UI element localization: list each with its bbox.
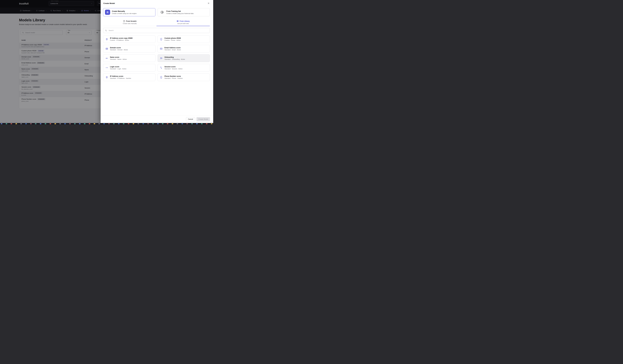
taskbar-item[interactable] [103, 123, 105, 124]
library-model-card[interactable]: Session score Standard · Session · Activ… [157, 64, 210, 71]
taskbar-item[interactable] [98, 123, 100, 124]
taskbar-item[interactable] [94, 123, 95, 124]
taskbar-item[interactable] [79, 123, 81, 124]
tab-title: From Library [180, 20, 190, 22]
library-model-card[interactable]: Phone Number score Standard · Phone · In… [157, 73, 210, 81]
taskbar-item[interactable] [201, 123, 202, 124]
taskbar-item[interactable] [16, 123, 17, 124]
library-model-title: Custom phone #9326 [164, 37, 181, 39]
abc-icon: ABC [105, 57, 108, 60]
taskbar-item[interactable] [196, 123, 198, 124]
pin-icon [105, 38, 108, 41]
cancel-button[interactable]: Cancel [186, 117, 195, 121]
library-model-title: IP Address score copy #5569 [110, 37, 133, 39]
taskbar-item[interactable] [157, 123, 159, 124]
taskbar-item[interactable] [167, 123, 168, 124]
taskbar-item[interactable] [69, 123, 71, 124]
library-model-card[interactable]: Onboarding Standard · Onboarding · Activ… [157, 54, 210, 62]
method-subtitle: Create a model using your historical dat… [166, 13, 194, 14]
taskbar-item[interactable] [84, 123, 85, 124]
taskbar-item[interactable] [55, 123, 56, 124]
library-model-card[interactable]: Email Address score Standard · Email · A… [157, 45, 210, 52]
taskbar-item[interactable] [45, 123, 46, 124]
library-model-subtitle: Standard · Domain · Active [110, 49, 128, 51]
creation-methods: Create Manually Create a model using our… [103, 8, 210, 16]
library-model-card[interactable]: Custom phone #9326 Custom · Phone · Acti… [157, 35, 210, 43]
taskbar-item[interactable] [123, 123, 124, 124]
method-card[interactable]: From Training Set Create a model using y… [157, 8, 210, 16]
taskbar-item[interactable] [138, 123, 139, 124]
library-model-card[interactable]: Domain score Standard · Domain · Active [103, 45, 156, 52]
taskbar-item[interactable] [113, 123, 115, 124]
training-icon [159, 10, 165, 15]
method-title: Create Manually [112, 10, 136, 12]
library-model-subtitle: Custom · Phone · Active [164, 40, 181, 41]
library-model-title: Name score [110, 56, 127, 58]
taskbar-item[interactable] [40, 123, 41, 124]
taskbar-item[interactable] [142, 123, 144, 124]
library-model-title: Session score [164, 66, 183, 68]
person-plus-icon [160, 57, 163, 60]
taskbar-item[interactable] [206, 123, 207, 124]
taskbar-item[interactable] [191, 123, 193, 124]
taskbar-item[interactable] [177, 123, 178, 124]
taskbar-item[interactable] [152, 123, 154, 124]
library-model-subtitle: Standard · Session · Active [164, 68, 183, 70]
taskbar-item[interactable] [6, 123, 7, 124]
library-model-subtitle: Standard · Login · Active [110, 68, 126, 70]
source-tab[interactable]: From Library Use pre-built rules [156, 19, 210, 26]
domain-icon [105, 47, 108, 50]
taskbar-item[interactable] [25, 123, 27, 124]
tab-subtitle: Use pre-built rules [177, 23, 189, 24]
taskbar-item[interactable] [108, 123, 110, 124]
taskbar-item[interactable] [172, 123, 173, 124]
modal-footer: Cancel Create Model [101, 115, 213, 123]
method-title: From Training Set [166, 10, 194, 12]
taskbar-item[interactable] [35, 123, 36, 124]
taskbar-item[interactable] [133, 123, 134, 124]
library-model-subtitle: Custom · IP Address · Active [110, 40, 133, 41]
create-model-button[interactable]: Create Model [197, 117, 210, 121]
pin-icon [105, 76, 108, 79]
taskbar-item[interactable] [74, 123, 76, 124]
taskbar-item[interactable] [128, 123, 129, 124]
taskbar-item[interactable] [118, 123, 119, 124]
library-search-input[interactable] [108, 29, 208, 31]
taskbar-item[interactable] [89, 123, 90, 124]
library-model-card[interactable]: ABC Name score Standard · Name · Active [103, 54, 156, 62]
library-model-title: Onboarding [164, 56, 185, 58]
phone-icon [160, 38, 163, 41]
taskbar-item[interactable] [186, 123, 188, 124]
taskbar-item[interactable] [30, 123, 32, 124]
taskbar-item[interactable] [1, 123, 2, 124]
create-model-modal: Create Model Create Manually Create a mo… [101, 0, 213, 123]
taskbar-item[interactable] [181, 123, 183, 124]
library-model-title: Domain score [110, 47, 128, 49]
phone-icon [160, 76, 163, 79]
library-model-card[interactable]: IP Address score copy #5569 Custom · IP … [103, 35, 156, 43]
library-model-card[interactable]: Login score Standard · Login · Active [103, 64, 156, 71]
taskbar-item[interactable] [64, 123, 66, 124]
book-icon [177, 20, 179, 22]
library-model-subtitle: Standard · IP Address · Inactive [110, 78, 131, 79]
taskbar-item[interactable] [162, 123, 163, 124]
taskbar-item[interactable] [211, 123, 212, 124]
taskbar-item[interactable] [59, 123, 61, 124]
library-search-box[interactable] [103, 28, 210, 33]
taskbar-item[interactable] [20, 123, 22, 124]
library-model-card[interactable]: IP Address score Standard · IP Address ·… [103, 73, 156, 81]
route-icon [160, 66, 163, 69]
modal-title: Create Model [103, 2, 115, 4]
dots-icon [105, 66, 108, 69]
taskbar-item[interactable] [11, 123, 12, 124]
tab-title: From Scratch [126, 20, 136, 22]
method-card[interactable]: Create Manually Create a model using our… [103, 8, 156, 16]
taskbar-item[interactable] [147, 123, 149, 124]
close-icon[interactable] [207, 1, 210, 5]
library-model-title: Phone Number score [164, 75, 183, 77]
method-subtitle: Create a model using our rule engine [112, 13, 136, 14]
source-tab[interactable]: From Scratch Create rules manually [103, 19, 156, 26]
taskbar-item[interactable] [50, 123, 51, 124]
file-icon [123, 20, 125, 22]
library-model-title: Login score [110, 66, 126, 68]
